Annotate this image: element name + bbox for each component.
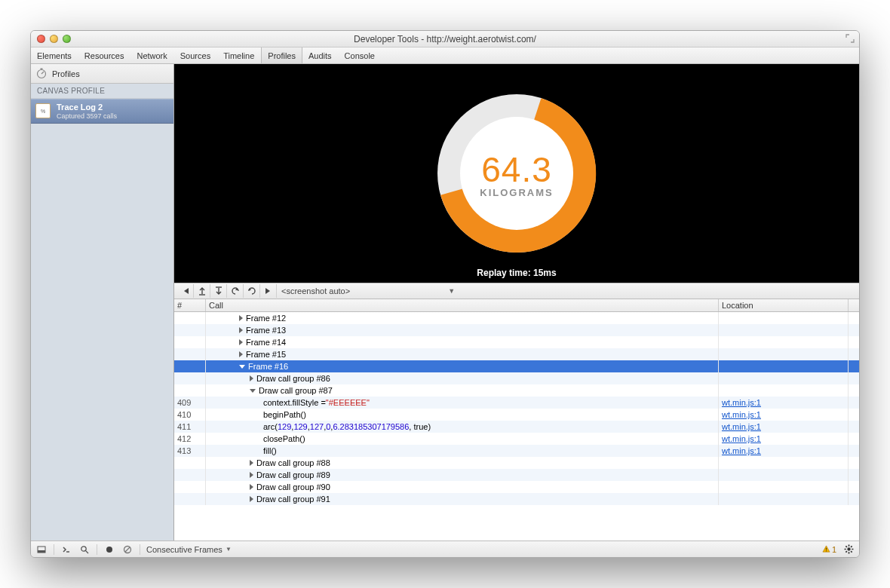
source-link[interactable]: wt.min.js:1 xyxy=(722,434,761,443)
svg-line-22 xyxy=(846,546,847,547)
table-row[interactable]: Frame #13 xyxy=(174,324,859,336)
svg-line-14 xyxy=(125,547,130,552)
warning-count[interactable]: 1 xyxy=(822,545,836,554)
zoom-window-button[interactable] xyxy=(63,35,71,43)
svg-rect-16 xyxy=(826,550,827,551)
sidebar-item-title: Trace Log 2 xyxy=(57,103,117,112)
table-row[interactable]: Frame #16 xyxy=(174,360,859,372)
sidebar-header-label: Profiles xyxy=(52,69,80,78)
canvas-preview: 64.3 KILOGRAMS Replay time: 15ms xyxy=(174,64,859,283)
source-link[interactable]: wt.min.js:1 xyxy=(722,446,761,455)
svg-line-11 xyxy=(86,551,88,553)
svg-line-25 xyxy=(846,551,847,553)
table-row[interactable]: Draw call group #86 xyxy=(174,372,859,384)
last-call-button[interactable] xyxy=(260,284,277,298)
table-row[interactable]: Frame #12 xyxy=(174,312,859,324)
gauge-value: 64.3 xyxy=(481,149,552,190)
window-controls xyxy=(31,35,71,43)
stopwatch-icon xyxy=(35,67,48,81)
table-row[interactable]: Draw call group #87 xyxy=(174,384,859,397)
column-number-header[interactable]: # xyxy=(174,299,206,311)
trace-grid-header: # Call Location xyxy=(174,299,859,312)
column-call-header[interactable]: Call xyxy=(206,299,719,311)
capture-mode-select[interactable]: Consecutive Frames ▼ xyxy=(146,545,232,554)
screenshot-mode-label: <screenshot auto> xyxy=(281,286,350,296)
source-link[interactable]: wt.min.js:1 xyxy=(722,410,761,419)
table-row[interactable]: 412closePath()wt.min.js:1 xyxy=(174,433,859,445)
svg-point-12 xyxy=(106,547,112,553)
tab-console[interactable]: Console xyxy=(339,47,382,63)
search-button[interactable] xyxy=(78,544,91,556)
first-call-button[interactable] xyxy=(177,284,194,298)
chevron-down-icon: ▼ xyxy=(226,546,232,553)
table-row[interactable]: 410beginPath()wt.min.js:1 xyxy=(174,409,859,421)
trace-grid-body[interactable]: Frame #12Frame #13Frame #14Frame #15Fram… xyxy=(174,312,859,541)
tab-elements[interactable]: Elements xyxy=(31,47,78,63)
screenshot-mode-select[interactable]: <screenshot auto> ▼ xyxy=(281,286,455,296)
devtools-window: Developer Tools - http://weight.aerotwis… xyxy=(30,30,860,558)
svg-rect-1 xyxy=(41,68,43,69)
column-location-header[interactable]: Location xyxy=(719,299,849,311)
sidebar-section-label: CANVAS PROFILE xyxy=(31,84,173,99)
profile-content: 64.3 KILOGRAMS Replay time: 15ms <screen… xyxy=(174,64,859,541)
clear-button[interactable] xyxy=(121,544,134,556)
tab-profiles[interactable]: Profiles xyxy=(261,47,302,63)
replay-toolbar: <screenshot auto> ▼ xyxy=(174,283,859,299)
dock-button[interactable] xyxy=(35,544,48,556)
main-area: Profiles CANVAS PROFILE % Trace Log 2 Ca… xyxy=(31,64,859,541)
tab-network[interactable]: Network xyxy=(130,47,173,63)
sidebar-item-subtitle: Captured 3597 calls xyxy=(57,112,117,120)
expand-icon[interactable] xyxy=(846,34,855,43)
console-toggle-button[interactable] xyxy=(60,544,72,556)
sidebar-item-labels: Trace Log 2 Captured 3597 calls xyxy=(57,103,117,120)
svg-point-17 xyxy=(847,547,850,550)
source-link[interactable]: wt.min.js:1 xyxy=(722,398,761,407)
window-title: Developer Tools - http://weight.aerotwis… xyxy=(31,34,859,44)
tab-sources[interactable]: Sources xyxy=(174,47,217,63)
gauge-unit: KILOGRAMS xyxy=(480,187,553,198)
table-row[interactable]: 411arc(129, 129, 127, 0, 6.2831853071795… xyxy=(174,421,859,433)
source-link[interactable]: wt.min.js:1 xyxy=(722,422,761,431)
close-window-button[interactable] xyxy=(37,35,45,43)
tab-timeline[interactable]: Timeline xyxy=(217,47,261,63)
table-row[interactable]: 413fill()wt.min.js:1 xyxy=(174,445,859,457)
profiles-sidebar: Profiles CANVAS PROFILE % Trace Log 2 Ca… xyxy=(31,64,174,541)
svg-point-10 xyxy=(81,546,86,550)
panel-tabs: ElementsResourcesNetworkSourcesTimelineP… xyxy=(31,47,859,64)
chevron-down-icon: ▼ xyxy=(448,287,455,295)
replay-time-label: Replay time: 15ms xyxy=(174,268,859,278)
prev-draw-button[interactable] xyxy=(227,284,244,298)
svg-line-2 xyxy=(41,72,44,74)
table-row[interactable]: Frame #14 xyxy=(174,336,859,348)
tab-audits[interactable]: Audits xyxy=(302,47,339,63)
table-row[interactable]: Draw call group #89 xyxy=(174,469,859,481)
weight-gauge: 64.3 KILOGRAMS xyxy=(422,79,611,268)
svg-rect-8 xyxy=(38,550,45,553)
gauge-center: 64.3 KILOGRAMS xyxy=(422,79,611,268)
table-row[interactable]: Draw call group #90 xyxy=(174,481,859,493)
record-button[interactable] xyxy=(103,544,115,556)
svg-line-23 xyxy=(851,551,852,553)
table-row[interactable]: Draw call group #88 xyxy=(174,457,859,469)
svg-line-24 xyxy=(851,546,852,547)
minimize-window-button[interactable] xyxy=(50,35,58,43)
svg-rect-15 xyxy=(826,548,827,550)
sidebar-header: Profiles xyxy=(31,64,173,84)
next-draw-button[interactable] xyxy=(244,284,260,298)
sidebar-item-trace-log[interactable]: % Trace Log 2 Captured 3597 calls xyxy=(31,99,173,124)
trace-log-icon: % xyxy=(35,103,51,118)
status-bar: Consecutive Frames ▼ 1 xyxy=(31,541,859,557)
table-row[interactable]: Frame #15 xyxy=(174,348,859,360)
step-in-button[interactable] xyxy=(210,284,227,298)
step-out-button[interactable] xyxy=(194,284,210,298)
table-row[interactable]: 409context.fillStyle = "#EEEEEE"wt.min.j… xyxy=(174,397,859,409)
tab-resources[interactable]: Resources xyxy=(78,47,131,63)
table-row[interactable]: Draw call group #91 xyxy=(174,493,859,505)
settings-button[interactable] xyxy=(842,544,855,556)
window-titlebar: Developer Tools - http://weight.aerotwis… xyxy=(31,31,859,47)
